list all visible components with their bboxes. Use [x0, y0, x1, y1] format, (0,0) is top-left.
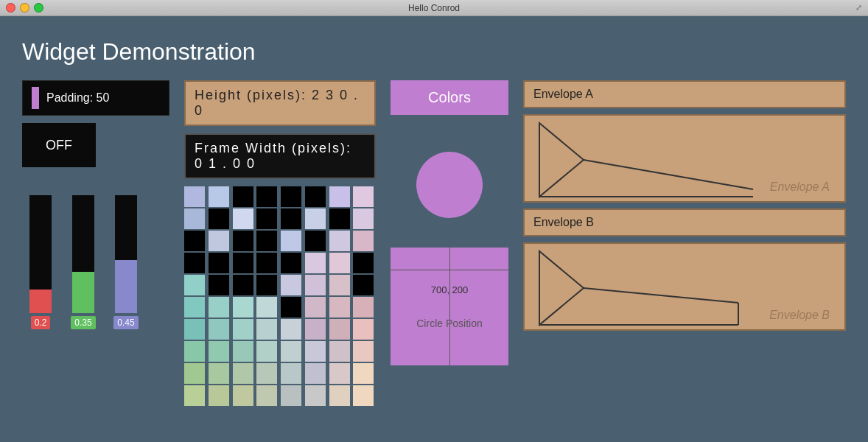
slider-value-1: 0.2: [31, 316, 51, 329]
color-cell[interactable]: [353, 275, 374, 295]
expand-icon[interactable]: ⤢: [855, 3, 862, 13]
framewidth-input[interactable]: Frame Width (pixels): 0 1 . 0 0: [184, 133, 376, 179]
slider-track-3[interactable]: [115, 195, 137, 313]
color-cell[interactable]: [209, 297, 229, 318]
color-cell[interactable]: [305, 275, 326, 295]
color-cell[interactable]: [329, 385, 350, 406]
color-cell[interactable]: [184, 385, 205, 406]
color-cell[interactable]: [281, 253, 301, 273]
toggle-widget[interactable]: OFF: [22, 123, 96, 167]
color-cell[interactable]: [353, 231, 374, 251]
color-cell[interactable]: [209, 385, 229, 406]
color-cell[interactable]: [184, 253, 205, 273]
slider-2[interactable]: 0.35: [65, 182, 102, 329]
minimize-button[interactable]: [20, 3, 29, 13]
color-cell[interactable]: [281, 186, 301, 207]
color-cell[interactable]: [281, 319, 301, 340]
color-cell[interactable]: [329, 297, 350, 318]
color-cell[interactable]: [256, 319, 277, 340]
color-cell[interactable]: [184, 319, 205, 340]
color-cell[interactable]: [256, 231, 277, 251]
color-cell[interactable]: [209, 253, 229, 273]
color-cell[interactable]: [256, 208, 277, 229]
color-cell[interactable]: [233, 253, 253, 273]
color-cell[interactable]: [184, 231, 205, 251]
height-input[interactable]: Height (pixels): 2 3 0 . 0: [184, 80, 376, 126]
color-cell[interactable]: [353, 297, 374, 318]
color-cell[interactable]: [209, 186, 229, 207]
color-cell[interactable]: [256, 253, 277, 273]
color-cell[interactable]: [329, 319, 350, 340]
color-cell[interactable]: [209, 231, 229, 251]
color-cell[interactable]: [209, 275, 229, 295]
color-cell[interactable]: [256, 186, 277, 207]
colors-button[interactable]: Colors: [391, 80, 508, 115]
color-cell[interactable]: [353, 341, 374, 362]
color-cell[interactable]: [233, 231, 253, 251]
color-cell[interactable]: [305, 253, 326, 273]
color-cell[interactable]: [184, 186, 205, 207]
color-cell[interactable]: [281, 363, 301, 384]
color-cell[interactable]: [184, 297, 205, 318]
color-cell[interactable]: [256, 363, 277, 384]
color-cell[interactable]: [184, 208, 205, 229]
maximize-button[interactable]: [34, 3, 43, 13]
color-cell[interactable]: [184, 341, 205, 362]
circle-position-panel: 700, 200 Circle Position: [391, 248, 508, 365]
color-cell[interactable]: [305, 385, 326, 406]
color-cell[interactable]: [305, 363, 326, 384]
color-cell[interactable]: [256, 341, 277, 362]
color-cell[interactable]: [329, 275, 350, 295]
color-cell[interactable]: [209, 341, 229, 362]
color-cell[interactable]: [256, 297, 277, 318]
color-cell[interactable]: [209, 208, 229, 229]
color-cell[interactable]: [329, 186, 350, 207]
color-cell[interactable]: [233, 319, 253, 340]
color-cell[interactable]: [329, 341, 350, 362]
color-cell[interactable]: [353, 385, 374, 406]
slider-value-3: 0.45: [113, 316, 138, 329]
color-cell[interactable]: [281, 275, 301, 295]
color-cell[interactable]: [353, 186, 374, 207]
color-cell[interactable]: [281, 385, 301, 406]
color-cell[interactable]: [305, 231, 326, 251]
color-cell[interactable]: [281, 297, 301, 318]
color-cell[interactable]: [233, 275, 253, 295]
slider-1[interactable]: 0.2: [22, 182, 59, 329]
color-cell[interactable]: [353, 319, 374, 340]
color-cell[interactable]: [353, 208, 374, 229]
color-cell[interactable]: [256, 385, 277, 406]
color-cell[interactable]: [281, 231, 301, 251]
color-cell[interactable]: [281, 208, 301, 229]
color-cell[interactable]: [305, 319, 326, 340]
close-button[interactable]: [6, 3, 15, 13]
color-cell[interactable]: [329, 363, 350, 384]
color-cell[interactable]: [353, 363, 374, 384]
padding-widget[interactable]: Padding: 50: [22, 80, 169, 116]
color-cell[interactable]: [233, 385, 253, 406]
color-cell[interactable]: [184, 275, 205, 295]
color-cell[interactable]: [233, 341, 253, 362]
color-cell[interactable]: [256, 275, 277, 295]
color-cell[interactable]: [281, 341, 301, 362]
slider-3[interactable]: 0.45: [108, 182, 144, 329]
color-cell[interactable]: [233, 186, 253, 207]
color-cell[interactable]: [209, 363, 229, 384]
slider-track-1[interactable]: [29, 195, 52, 313]
color-cell[interactable]: [305, 208, 326, 229]
color-cell[interactable]: [329, 231, 350, 251]
color-cell[interactable]: [305, 186, 326, 207]
color-cell[interactable]: [329, 253, 350, 273]
color-cell[interactable]: [353, 253, 374, 273]
color-cell[interactable]: [233, 208, 253, 229]
color-cell[interactable]: [305, 341, 326, 362]
color-cell[interactable]: [184, 363, 205, 384]
color-cell[interactable]: [209, 319, 229, 340]
color-cell[interactable]: [233, 363, 253, 384]
color-cell[interactable]: [329, 208, 350, 229]
color-cell[interactable]: [305, 297, 326, 318]
color-cell[interactable]: [233, 297, 253, 318]
slider-track-2[interactable]: [72, 195, 94, 313]
envelope-b-text: Envelope B: [769, 309, 830, 322]
window-controls[interactable]: [6, 3, 43, 13]
